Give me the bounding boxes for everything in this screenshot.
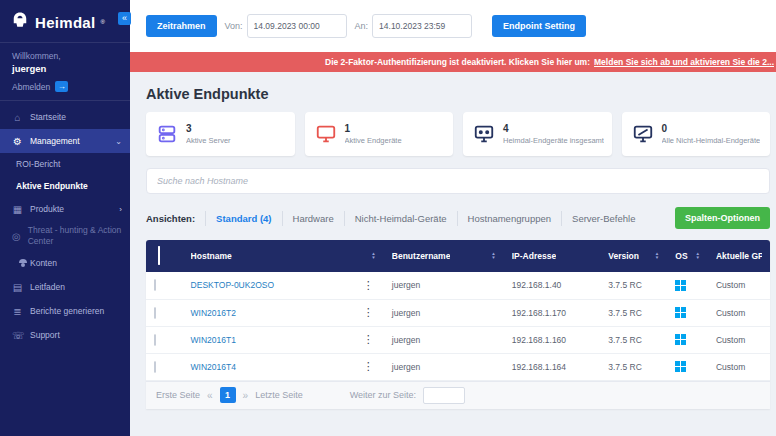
tab-hostnamengruppen[interactable]: Hostnamengruppen (457, 211, 561, 226)
sort-icon[interactable]: ▲▼ (491, 252, 495, 260)
card-value: 3 (186, 123, 231, 134)
row-menu-icon[interactable]: ⋮ (361, 279, 376, 292)
select-all-checkbox[interactable] (158, 246, 160, 265)
sidebar-item-konten[interactable]: Konten (0, 251, 130, 275)
content-area: Zeitrahmen Von: An: Endpoint Setting Die… (130, 0, 776, 436)
logo-registered-mark: ® (100, 19, 104, 25)
ip-cell: 192.168.1.170 (504, 299, 601, 326)
endpoints-table: Hostname ▲▼ Benutzername ▲▼ IP-Adresse (146, 240, 770, 409)
sidebar-item-berichte-generieren[interactable]: ≣ Berichte generieren (0, 299, 130, 323)
current-page-button[interactable]: 1 (220, 387, 236, 403)
table-header-row: Hostname ▲▼ Benutzername ▲▼ IP-Adresse (146, 240, 770, 272)
gp-cell: Custom (708, 272, 770, 299)
hostname-link[interactable]: WIN2016T1 (191, 335, 236, 345)
app-logo-text: Heimdal (35, 14, 95, 31)
nav-label: Aktive Endpunkte (16, 181, 88, 191)
nav-label: Konten (30, 258, 57, 268)
zeitrahmen-button[interactable]: Zeitrahmen (146, 15, 217, 37)
gp-cell: Custom (708, 326, 770, 353)
first-page-button[interactable]: Erste Seite (156, 390, 200, 400)
sidebar-item-management[interactable]: ⚙ Management ⌄ (0, 129, 130, 153)
last-page-button[interactable]: Letzte Seite (255, 390, 303, 400)
monitor-icon (315, 123, 337, 145)
nav-label: Threat - hunting & Action Center (28, 225, 122, 247)
version-cell: 3.7.5 RC (600, 272, 667, 299)
sort-icon[interactable]: ▲▼ (695, 252, 699, 260)
alert-logout-link[interactable]: Melden Sie sich ab und aktivieren Sie di… (594, 57, 774, 67)
date-to-group: An: (355, 14, 473, 38)
row-menu-icon[interactable]: ⋮ (361, 306, 376, 319)
date-from-input[interactable] (247, 14, 347, 38)
prev-page-icon[interactable]: « (207, 390, 213, 401)
sidebar-item-threat-hunting[interactable]: ◎ Threat - hunting & Action Center (0, 221, 130, 251)
goto-page-input[interactable] (423, 387, 465, 404)
sidebar-item-roi-bericht[interactable]: ROI-Bericht (0, 153, 130, 175)
version-cell: 3.7.5 RC (600, 299, 667, 326)
gp-cell: Custom (708, 299, 770, 326)
row-menu-icon[interactable]: ⋮ (361, 333, 376, 346)
main-panel: Aktive Endpunkte 3 Aktive Server (130, 72, 776, 436)
date-from-label: Von: (225, 21, 243, 31)
column-options-button[interactable]: Spalten-Optionen (675, 207, 770, 229)
stat-cards: 3 Aktive Server 1 Aktive Endgeräte (146, 112, 770, 156)
topbar: Zeitrahmen Von: An: Endpoint Setting (130, 0, 776, 52)
sidebar-item-aktive-endpunkte[interactable]: Aktive Endpunkte (0, 175, 130, 197)
windows-icon (675, 307, 700, 318)
next-page-icon[interactable]: » (243, 390, 249, 401)
server-icon (156, 123, 178, 145)
nav-label: Management (30, 136, 80, 146)
views-tabs-row: Ansichten: Standard (4) Hardware Nicht-H… (146, 206, 770, 230)
hostname-link[interactable]: DESKTOP-0UK2OSO (191, 280, 274, 290)
logout-label: Abmelden (12, 82, 50, 92)
date-to-input[interactable] (372, 14, 472, 38)
sidebar-nav: ⌂ Startseite ⚙ Management ⌄ ROI-Bericht … (0, 101, 130, 347)
row-checkbox[interactable] (154, 334, 156, 346)
monitor-network-icon (473, 123, 495, 145)
book-icon: ▤ (12, 282, 23, 293)
sidebar-item-support[interactable]: ☏ Support (0, 323, 130, 347)
username-cell: juergen (384, 299, 504, 326)
sidebar-item-startseite[interactable]: ⌂ Startseite (0, 105, 130, 129)
ip-cell: 192.168.1.164 (504, 353, 601, 380)
username-cell: juergen (384, 272, 504, 299)
row-checkbox[interactable] (154, 307, 156, 319)
row-menu-icon[interactable]: ⋮ (361, 360, 376, 373)
table-row: WIN2016T1 ⋮ juergen 192.168.1.160 3.7.5 … (146, 326, 770, 353)
search-bar (146, 168, 770, 194)
page-title: Aktive Endpunkte (146, 86, 770, 102)
welcome-text: Willkommen, (12, 51, 120, 61)
row-checkbox[interactable] (154, 279, 156, 291)
nav-label: Support (30, 330, 60, 340)
column-header-hostname: Hostname (191, 251, 232, 261)
ip-cell: 192.168.1.40 (504, 272, 601, 299)
row-checkbox[interactable] (154, 361, 156, 373)
tab-hardware[interactable]: Hardware (282, 211, 344, 226)
sidebar-item-leitfaden[interactable]: ▤ Leitfaden (0, 275, 130, 299)
card-heimdal-total: 4 Heimdal-Endgeräte insgesamt (463, 112, 612, 156)
tab-server-befehle[interactable]: Server-Befehle (561, 211, 645, 226)
windows-icon (675, 280, 700, 291)
hostname-link[interactable]: WIN2016T4 (191, 362, 236, 372)
card-value: 4 (503, 123, 604, 134)
version-cell: 3.7.5 RC (600, 353, 667, 380)
chevron-right-icon: › (119, 205, 122, 214)
date-from-group: Von: (225, 14, 347, 38)
card-active-servers: 3 Aktive Server (146, 112, 295, 156)
windows-icon (675, 334, 700, 345)
username-text: juergen (12, 63, 120, 74)
column-header-aktuelle-gp: Aktuelle GP (716, 251, 762, 261)
sidebar-item-produkte[interactable]: ▦ Produkte › (0, 197, 130, 221)
card-value: 0 (662, 123, 761, 134)
logout-button[interactable]: Abmelden → (12, 81, 120, 92)
tab-standard[interactable]: Standard (4) (205, 211, 281, 226)
table-row: WIN2016T2 ⋮ juergen 192.168.1.170 3.7.5 … (146, 299, 770, 326)
hostname-search-input[interactable] (146, 168, 770, 194)
sidebar-collapse-button[interactable]: « (118, 12, 131, 25)
endpoint-setting-button[interactable]: Endpoint Setting (492, 15, 586, 37)
column-header-os: OS (675, 251, 687, 261)
tab-nicht-heimdal-geraete[interactable]: Nicht-Heimdal-Geräte (344, 211, 457, 226)
sidebar: Heimdal® « Willkommen, juergen Abmelden … (0, 0, 130, 436)
sort-icon[interactable]: ▲▼ (371, 252, 375, 260)
hostname-link[interactable]: WIN2016T2 (191, 308, 236, 318)
sort-icon[interactable]: ▲▼ (655, 252, 659, 260)
